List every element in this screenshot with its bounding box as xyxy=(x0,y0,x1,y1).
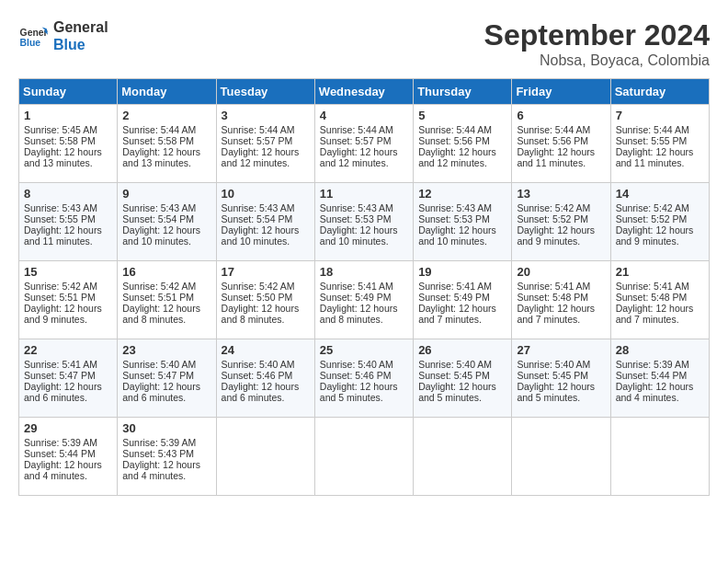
col-wednesday: Wednesday xyxy=(314,79,413,105)
day-info: and 12 minutes. xyxy=(222,157,310,168)
day-info: Daylight: 12 hours xyxy=(418,381,506,392)
month-title: September 2024 xyxy=(484,18,710,52)
day-info: Sunrise: 5:44 AM xyxy=(222,124,310,135)
day-info: Sunrise: 5:40 AM xyxy=(517,359,605,370)
day-info: Daylight: 12 hours xyxy=(122,146,210,157)
day-number: 19 xyxy=(418,265,506,279)
day-info: Sunset: 5:44 PM xyxy=(24,448,112,459)
table-row: 23Sunrise: 5:40 AMSunset: 5:47 PMDayligh… xyxy=(118,339,216,418)
day-number: 8 xyxy=(24,187,112,201)
day-info: Sunrise: 5:39 AM xyxy=(122,437,210,448)
day-info: Sunset: 5:43 PM xyxy=(122,448,210,459)
day-info: and 5 minutes. xyxy=(320,392,408,403)
day-info: and 7 minutes. xyxy=(616,314,704,325)
day-info: Sunrise: 5:43 AM xyxy=(418,202,506,213)
day-info: Sunrise: 5:43 AM xyxy=(222,202,310,213)
day-info: Sunset: 5:53 PM xyxy=(418,213,506,224)
day-info: Daylight: 12 hours xyxy=(222,381,310,392)
day-info: Daylight: 12 hours xyxy=(418,303,506,314)
day-info: and 13 minutes. xyxy=(24,157,112,168)
day-info: Sunset: 5:54 PM xyxy=(222,213,310,224)
day-info: Sunset: 5:56 PM xyxy=(418,135,506,146)
day-number: 29 xyxy=(24,421,112,435)
day-info: Sunrise: 5:40 AM xyxy=(222,359,310,370)
day-number: 7 xyxy=(616,109,704,122)
day-info: Daylight: 12 hours xyxy=(320,224,408,236)
table-row: 9Sunrise: 5:43 AMSunset: 5:54 PMDaylight… xyxy=(118,183,216,261)
day-info: Sunset: 5:56 PM xyxy=(517,135,605,146)
day-info: Daylight: 12 hours xyxy=(24,224,112,236)
day-info: and 5 minutes. xyxy=(418,392,506,403)
col-friday: Friday xyxy=(512,79,610,105)
table-row: 1Sunrise: 5:45 AMSunset: 5:58 PMDaylight… xyxy=(19,105,118,183)
day-info: Daylight: 12 hours xyxy=(616,224,704,236)
day-number: 27 xyxy=(517,343,605,357)
table-row xyxy=(314,418,413,496)
day-number: 24 xyxy=(222,343,310,357)
day-info: Sunrise: 5:41 AM xyxy=(517,281,605,292)
table-row: 11Sunrise: 5:43 AMSunset: 5:53 PMDayligh… xyxy=(314,183,413,261)
svg-text:Blue: Blue xyxy=(20,38,41,48)
day-info: and 7 minutes. xyxy=(517,314,605,325)
day-info: Sunset: 5:49 PM xyxy=(418,292,506,303)
day-number: 25 xyxy=(320,343,408,357)
table-row: 7Sunrise: 5:44 AMSunset: 5:55 PMDaylight… xyxy=(610,105,709,183)
day-info: Sunrise: 5:44 AM xyxy=(122,124,210,135)
day-info: Sunrise: 5:43 AM xyxy=(24,202,112,213)
day-info: Daylight: 12 hours xyxy=(320,303,408,314)
day-number: 3 xyxy=(222,109,310,122)
day-info: Daylight: 12 hours xyxy=(616,146,704,157)
day-info: Sunset: 5:47 PM xyxy=(24,370,112,381)
day-info: Sunrise: 5:40 AM xyxy=(320,359,408,370)
col-monday: Monday xyxy=(118,79,216,105)
day-info: Sunset: 5:55 PM xyxy=(616,135,704,146)
table-row: 20Sunrise: 5:41 AMSunset: 5:48 PMDayligh… xyxy=(512,261,610,339)
table-row xyxy=(610,418,709,496)
day-number: 4 xyxy=(320,109,408,122)
table-row xyxy=(512,418,610,496)
table-row: 24Sunrise: 5:40 AMSunset: 5:46 PMDayligh… xyxy=(216,339,314,418)
table-row: 8Sunrise: 5:43 AMSunset: 5:55 PMDaylight… xyxy=(19,183,118,261)
day-info: Sunrise: 5:42 AM xyxy=(122,281,210,292)
day-info: Daylight: 12 hours xyxy=(222,146,310,157)
day-info: Sunrise: 5:42 AM xyxy=(222,281,310,292)
table-row: 18Sunrise: 5:41 AMSunset: 5:49 PMDayligh… xyxy=(314,261,413,339)
day-info: Sunrise: 5:42 AM xyxy=(24,281,112,292)
day-number: 5 xyxy=(418,109,506,122)
day-number: 21 xyxy=(616,265,704,279)
day-info: Sunset: 5:58 PM xyxy=(122,135,210,146)
title-area: September 2024 Nobsa, Boyaca, Colombia xyxy=(484,18,710,69)
day-number: 22 xyxy=(24,343,112,357)
day-info: Sunset: 5:58 PM xyxy=(24,135,112,146)
day-info: Sunrise: 5:40 AM xyxy=(418,359,506,370)
svg-text:General: General xyxy=(20,28,48,38)
day-info: Sunset: 5:45 PM xyxy=(418,370,506,381)
day-number: 15 xyxy=(24,265,112,279)
day-info: and 9 minutes. xyxy=(24,314,112,325)
day-number: 14 xyxy=(616,187,704,201)
table-row: 19Sunrise: 5:41 AMSunset: 5:49 PMDayligh… xyxy=(414,261,512,339)
day-info: Daylight: 12 hours xyxy=(418,146,506,157)
day-info: and 11 minutes. xyxy=(517,157,605,168)
day-info: Sunset: 5:53 PM xyxy=(320,213,408,224)
day-info: Daylight: 12 hours xyxy=(222,224,310,236)
table-row: 17Sunrise: 5:42 AMSunset: 5:50 PMDayligh… xyxy=(216,261,314,339)
day-info: and 7 minutes. xyxy=(418,314,506,325)
day-info: Daylight: 12 hours xyxy=(24,459,112,470)
table-row: 16Sunrise: 5:42 AMSunset: 5:51 PMDayligh… xyxy=(118,261,216,339)
table-row: 30Sunrise: 5:39 AMSunset: 5:43 PMDayligh… xyxy=(118,418,216,496)
day-number: 9 xyxy=(122,187,210,201)
day-info: Sunrise: 5:43 AM xyxy=(320,202,408,213)
logo: General Blue General Blue xyxy=(18,18,108,53)
table-row: 5Sunrise: 5:44 AMSunset: 5:56 PMDaylight… xyxy=(414,105,512,183)
day-info: Sunset: 5:51 PM xyxy=(122,292,210,303)
header-row: Sunday Monday Tuesday Wednesday Thursday… xyxy=(19,79,710,105)
day-number: 13 xyxy=(517,187,605,201)
table-row: 15Sunrise: 5:42 AMSunset: 5:51 PMDayligh… xyxy=(19,261,118,339)
day-number: 23 xyxy=(122,343,210,357)
day-info: Sunrise: 5:44 AM xyxy=(320,124,408,135)
day-info: and 4 minutes. xyxy=(122,470,210,481)
day-info: and 8 minutes. xyxy=(122,314,210,325)
day-info: and 10 minutes. xyxy=(418,236,506,247)
day-number: 6 xyxy=(517,109,605,122)
